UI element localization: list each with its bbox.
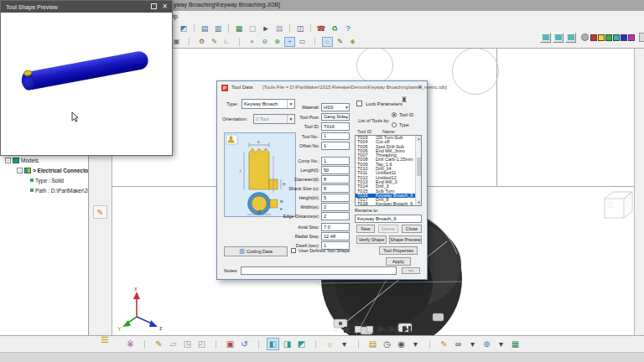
toolbar-icon[interactable] bbox=[308, 23, 314, 34]
field-input[interactable]: 8 bbox=[321, 184, 350, 193]
zoom-in-icon[interactable]: ⊕ bbox=[272, 37, 283, 47]
springs-icon[interactable]: ≡ bbox=[94, 329, 116, 351]
default-color-circle[interactable] bbox=[581, 34, 589, 41]
dialog-titlebar[interactable]: P Tool Data [Tools File = D:\PartMaker\2… bbox=[217, 81, 427, 95]
toolbar-icon[interactable] bbox=[309, 37, 320, 47]
close-icon[interactable]: ✕ bbox=[418, 84, 423, 90]
globe-caret[interactable]: ▾ bbox=[495, 338, 507, 350]
close-icon[interactable]: ✕ bbox=[162, 3, 168, 10]
report-icon[interactable]: ▤ bbox=[273, 23, 285, 34]
scrollbar-thumb[interactable] bbox=[417, 158, 422, 176]
tool-list[interactable]: T003 OD Turn-Sub T004 Cut-off T005 Spot … bbox=[355, 135, 422, 206]
toolbar-icon[interactable] bbox=[309, 338, 322, 350]
play-button[interactable] bbox=[378, 326, 385, 333]
notes-more-button[interactable]: >> bbox=[402, 267, 420, 274]
view-mode-button[interactable] bbox=[553, 33, 564, 43]
field-input[interactable]: 2 bbox=[321, 203, 350, 211]
zoom-window-icon[interactable]: ▭ bbox=[297, 37, 308, 47]
toolbar-icon[interactable] bbox=[252, 338, 265, 350]
edit-part-icon[interactable]: ✎ bbox=[153, 338, 165, 350]
close-button[interactable]: Close bbox=[402, 225, 422, 233]
tool-list-row[interactable]: T018 Keyway Broach_6 bbox=[356, 202, 416, 206]
rotate-view-icon[interactable]: ↺ bbox=[238, 338, 251, 350]
rename-input[interactable]: Keyway Broach_6 bbox=[355, 215, 422, 223]
measure-icon[interactable]: ✎ bbox=[93, 205, 107, 219]
preview-canvas[interactable] bbox=[1, 13, 172, 155]
next-operation-button[interactable] bbox=[390, 326, 397, 333]
tools-icon[interactable]: ✎ bbox=[209, 37, 220, 47]
toolpost-icon[interactable]: ◈ bbox=[347, 37, 358, 47]
tool-list-scrollbar[interactable]: ▲ ▼ bbox=[415, 136, 421, 205]
pan-icon[interactable]: + bbox=[284, 37, 295, 47]
zoom-out-icon[interactable]: ⊖ bbox=[259, 37, 270, 47]
zoom-all-icon[interactable]: × bbox=[247, 37, 257, 47]
view-mode-button[interactable] bbox=[540, 33, 551, 43]
lock-parameters-checkbox[interactable] bbox=[356, 101, 362, 106]
toolbar-icon[interactable] bbox=[138, 338, 151, 350]
scroll-up-icon[interactable]: ▲ bbox=[416, 136, 422, 142]
view-mode-button[interactable] bbox=[565, 33, 576, 43]
user-defined-checkbox[interactable] bbox=[291, 248, 296, 253]
frame-step-button[interactable] bbox=[366, 326, 373, 333]
field-input[interactable]: 12.48 bbox=[321, 232, 350, 240]
wand-icon[interactable]: ※ bbox=[124, 338, 137, 350]
tree-item-models[interactable]: Models bbox=[5, 156, 39, 164]
color-swatch[interactable] bbox=[621, 34, 627, 41]
tree-expand-icon[interactable] bbox=[17, 168, 23, 173]
clock-icon[interactable]: ◷ bbox=[381, 338, 393, 350]
pick-icon[interactable]: ► bbox=[260, 23, 272, 34]
color-swatch[interactable] bbox=[598, 34, 605, 41]
toolbar-icon[interactable] bbox=[287, 23, 293, 34]
toolbar-icon[interactable] bbox=[191, 23, 197, 34]
field-input[interactable]: 5 bbox=[321, 194, 350, 202]
field-input[interactable]: 8 bbox=[321, 175, 350, 184]
binocular-icon[interactable]: ∞ bbox=[452, 338, 465, 350]
toolbar-icon[interactable] bbox=[210, 338, 222, 350]
pause-button[interactable] bbox=[355, 326, 361, 333]
field-input[interactable]: 7.0 bbox=[321, 223, 350, 231]
translucent-view-icon[interactable]: ◩ bbox=[295, 338, 308, 350]
camera-icon[interactable]: ◉ bbox=[395, 338, 408, 350]
toolbar-icon[interactable] bbox=[226, 23, 231, 34]
color-swatch[interactable] bbox=[605, 34, 612, 41]
field-input[interactable]: 1 bbox=[321, 132, 350, 141]
verify-shape-button[interactable]: Verify Shape bbox=[356, 235, 387, 244]
tree-expand-icon[interactable] bbox=[5, 158, 11, 163]
clamp-icon[interactable]: ◰ bbox=[195, 338, 208, 350]
color-swatch[interactable] bbox=[613, 34, 620, 41]
cutting-data-button[interactable]: ▥ Cutting Data bbox=[224, 246, 288, 256]
new-button[interactable]: New bbox=[356, 225, 375, 233]
tree-item-path[interactable]: Path : D:\PartMaker\2015 Relea bbox=[29, 186, 89, 194]
stock-icon[interactable]: ▱ bbox=[167, 338, 179, 350]
recycle-icon[interactable]: ♻ bbox=[329, 23, 340, 34]
toolbar-icon[interactable] bbox=[352, 338, 365, 350]
image-icon[interactable]: ▦ bbox=[509, 338, 522, 350]
notes-input[interactable] bbox=[241, 266, 397, 275]
phone-icon[interactable]: ☎ bbox=[315, 23, 327, 34]
open-icon[interactable]: ▤ bbox=[199, 23, 210, 34]
tool-properties-button[interactable]: Tool Properties bbox=[379, 246, 418, 255]
document-icon[interactable]: ▢ bbox=[247, 23, 258, 34]
solid-view-icon[interactable]: ◨ bbox=[281, 338, 293, 350]
cycles-icon[interactable]: ∟ bbox=[221, 37, 232, 47]
lamp-caret[interactable]: ▾ bbox=[338, 338, 351, 350]
pencil-icon[interactable]: ✎ bbox=[438, 338, 450, 350]
apply-button[interactable]: Apply bbox=[386, 257, 411, 266]
shaded-view-icon[interactable]: ◧ bbox=[267, 338, 279, 350]
toolstore-icon[interactable]: ▣ bbox=[224, 338, 236, 350]
probe-icon[interactable]: ✎ bbox=[335, 37, 345, 47]
shape-preview-button[interactable]: Shape Preview bbox=[389, 235, 422, 244]
skip-to-end-button[interactable] bbox=[402, 326, 411, 333]
preview-titlebar[interactable]: Tool Shape Preview ✕ bbox=[1, 1, 172, 13]
help-icon[interactable]: ? bbox=[342, 23, 354, 34]
fixture-icon[interactable]: ◳ bbox=[181, 338, 194, 350]
face-window-icon[interactable]: ◩ bbox=[178, 23, 190, 34]
globe-icon[interactable]: ⊚ bbox=[480, 338, 493, 350]
two-pane-icon[interactable]: ◫ bbox=[294, 23, 306, 34]
toolbar-icon[interactable] bbox=[234, 37, 245, 47]
maximize-icon[interactable] bbox=[151, 3, 157, 9]
folder-sim-icon[interactable]: ▤ bbox=[366, 338, 379, 350]
field-input[interactable]: 1 bbox=[321, 142, 350, 150]
tree-item-type[interactable]: Type : Solid bbox=[29, 176, 64, 184]
machine-icon[interactable]: ⚙ bbox=[196, 37, 207, 47]
